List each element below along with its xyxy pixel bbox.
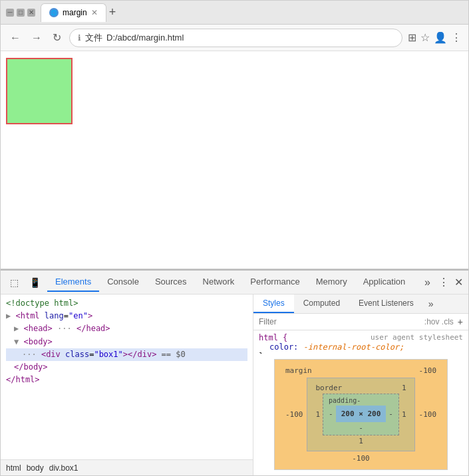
html-open-tag: <html [15, 311, 39, 320]
body-tag: <body> [23, 337, 52, 346]
box-model-container: margin -100 -100 border 1 [253, 354, 468, 475]
window-controls: ─ □ ✕ [6, 9, 35, 17]
html-close-bracket: > [88, 311, 92, 320]
box-margin-label: margin [285, 366, 312, 375]
box-padding-label-row: padding- [329, 397, 393, 404]
box-model-content: 200 × 200 [336, 406, 387, 422]
filter-input[interactable] [259, 317, 424, 326]
page-content [1, 51, 468, 269]
styles-tabs: Styles Computed Event Listeners » [253, 295, 468, 314]
tab-bar: 🌐 margin ✕ + [41, 3, 463, 22]
box-padding-right: 1 [402, 410, 406, 419]
close-window-button[interactable]: ✕ [27, 9, 35, 17]
styles-tab-styles[interactable]: Styles [253, 295, 294, 313]
tab-network[interactable]: Network [195, 273, 243, 292]
css-rule-html: html { user agent stylesheet color: -int… [259, 333, 463, 354]
tree-line-head[interactable]: ▶ <head> ··· </head> [6, 322, 247, 335]
styles-tab-more-button[interactable]: » [423, 295, 439, 313]
maximize-button[interactable]: □ [17, 9, 25, 17]
devtools-body: <!doctype html> ▶ <html lang="en"> ▶ <he… [1, 295, 468, 475]
tree-line-div[interactable]: ··· <div class="box1"></div> == $0 [6, 348, 247, 361]
tab-close-button[interactable]: ✕ [91, 8, 98, 17]
browser-window: ─ □ ✕ 🌐 margin ✕ + ← → ↻ ℹ 文件 D:/abcd/ma… [0, 0, 469, 476]
box-border-val: 1 [402, 384, 406, 392]
bookmark-icon[interactable]: ☆ [420, 31, 430, 44]
address-actions: ⊞ ☆ 👤 ⋮ [408, 31, 462, 44]
new-tab-button[interactable]: + [109, 5, 116, 19]
devtools-more-button[interactable]: » [424, 277, 430, 289]
url-prefix: 文件 [85, 32, 102, 44]
browser-tab[interactable]: 🌐 margin ✕ [41, 3, 106, 22]
title-bar: ─ □ ✕ 🌐 margin ✕ + [1, 1, 468, 25]
url-display: D:/abcd/margin.html [106, 33, 184, 43]
devtools-panel: ⬚ 📱 Elements Console Sources Network Per… [1, 269, 468, 475]
div-ellipsis: ··· [22, 350, 37, 359]
breadcrumb-html[interactable]: html [6, 463, 21, 473]
html-lang-attr: lang [45, 311, 64, 320]
devtools-tabs: Elements Console Sources Network Perform… [47, 273, 419, 292]
box-margin-sides: -100 border 1 1 pa [285, 378, 436, 451]
breadcrumb-body[interactable]: body [27, 463, 44, 473]
styles-tab-computed[interactable]: Computed [294, 295, 349, 313]
html-tree: <!doctype html> ▶ <html lang="en"> ▶ <he… [1, 295, 253, 459]
css-prop-color: color: [259, 342, 298, 352]
html-lang-val: "en" [69, 311, 88, 320]
box-padding-bottom: - [359, 423, 363, 432]
box-model-padding: padding- - 200 × 200 - - [323, 394, 399, 435]
tab-performance[interactable]: Performance [242, 273, 307, 292]
tab-memory[interactable]: Memory [308, 273, 355, 292]
head-ellipsis: ··· [57, 324, 72, 333]
tree-line-body[interactable]: ▼ <body> [6, 336, 247, 348]
dollar-zero: == $0 [162, 350, 186, 359]
minimize-button[interactable]: ─ [6, 9, 14, 17]
box-model-outer: margin -100 -100 border 1 [274, 359, 448, 470]
translate-icon[interactable]: ⊞ [408, 31, 416, 44]
tab-console[interactable]: Console [99, 273, 147, 292]
filter-add-button[interactable]: + [458, 316, 463, 327]
expand-arrow[interactable]: ▶ [6, 311, 11, 320]
box-padding-bottom-row: - [329, 423, 393, 432]
box-border-sides: 1 padding- - 200 × 200 - [315, 394, 406, 435]
box-padding-inner-left: - [329, 410, 333, 418]
styles-content: html { user agent stylesheet color: -int… [253, 330, 468, 354]
device-toolbar-button[interactable]: 📱 [25, 275, 45, 291]
head-close-tag: </head> [77, 324, 110, 333]
box-model-border: border 1 1 padding- [307, 378, 414, 451]
div-class-attr: class [65, 350, 89, 359]
box-padding-label: padding- [329, 397, 361, 404]
body-close-tag: </body> [14, 362, 48, 372]
tab-application[interactable]: Application [355, 273, 414, 292]
menu-icon[interactable]: ⋮ [451, 31, 462, 44]
url-bar[interactable]: ℹ 文件 D:/abcd/margin.html [69, 29, 402, 47]
url-secure-icon: ℹ [78, 33, 81, 43]
refresh-button[interactable]: ↻ [50, 29, 64, 47]
box-margin-bottom-val: -100 [352, 454, 370, 463]
box-margin-bottom-row: -100 [285, 454, 436, 463]
expand-arrow-head[interactable]: ▶ [14, 324, 19, 333]
styles-tab-event-listeners[interactable]: Event Listeners [349, 295, 423, 313]
devtools-toolbar: ⬚ 📱 Elements Console Sources Network Per… [1, 271, 468, 295]
box-margin-left-val: -100 [285, 410, 303, 419]
tab-elements[interactable]: Elements [47, 273, 99, 292]
inspect-element-button[interactable]: ⬚ [6, 275, 23, 291]
profile-icon[interactable]: 👤 [434, 31, 447, 44]
tree-line-html[interactable]: ▶ <html lang="en"> [6, 310, 247, 322]
tree-line-html-close: </html> [6, 374, 247, 386]
tab-sources[interactable]: Sources [147, 273, 195, 292]
doctype-text: <!doctype html> [6, 298, 78, 308]
back-button[interactable]: ← [7, 29, 23, 47]
breadcrumb-div[interactable]: div.box1 [49, 463, 78, 473]
forward-button[interactable]: → [29, 29, 45, 47]
box-padding-left: 1 [315, 410, 320, 419]
elements-panel: <!doctype html> ▶ <html lang="en"> ▶ <he… [1, 295, 253, 475]
devtools-close-button[interactable]: ✕ [454, 276, 463, 289]
box1-element [6, 58, 73, 124]
tab-title: margin [63, 8, 87, 17]
styles-filter-bar: :hov .cls + [253, 314, 468, 330]
box-padding-sides: - 200 × 200 - [329, 406, 393, 422]
expand-arrow-body[interactable]: ▼ [14, 337, 19, 346]
box-border-top-row: border 1 [315, 384, 406, 392]
head-tag: <head> [23, 324, 52, 333]
box-padding-inner-right: - [389, 410, 393, 418]
devtools-menu-button[interactable]: ⋮ [438, 276, 449, 289]
